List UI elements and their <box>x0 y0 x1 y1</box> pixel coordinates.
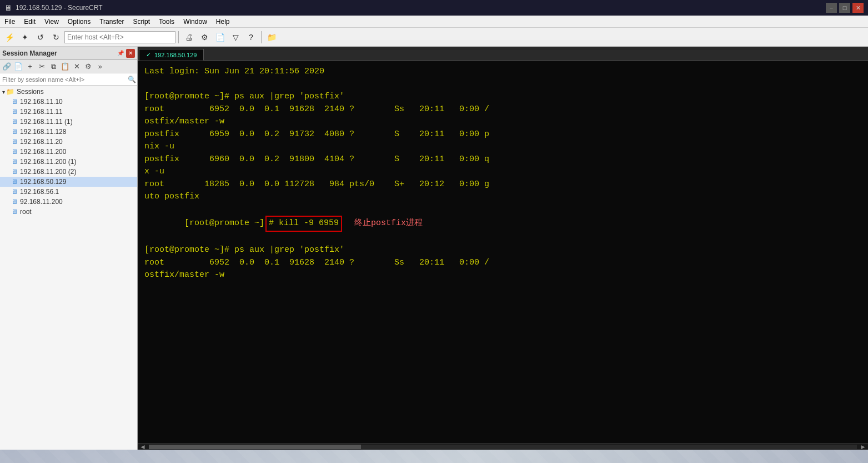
session-panel-controls: 📌 ✕ <box>116 49 135 58</box>
session-item-0[interactable]: 🖥 192.168.11.10 <box>0 97 137 107</box>
menu-edit[interactable]: Edit <box>19 17 40 27</box>
scroll-thumb[interactable] <box>149 445 362 449</box>
tb-reconnect-all-button[interactable]: ↻ <box>49 30 63 44</box>
term-line-7: postfix 6960 0.0 0.2 91800 4104 ? S 20:1… <box>144 153 861 166</box>
tb-filter-button[interactable]: ▽ <box>228 30 243 44</box>
menu-window[interactable]: Window <box>179 17 212 27</box>
term-text-13: root 6952 0.0 0.1 91628 2140 ? Ss 20:11 … <box>144 258 489 267</box>
session-panel: Session Manager 📌 ✕ 🔗 📄 + ✂ ⧉ 📋 ✕ ⚙ » 🔍 <box>0 47 138 450</box>
session-label-5: 192.168.11.200 <box>20 148 66 156</box>
session-label-9: 192.168.56.1 <box>20 188 59 196</box>
session-label-6: 192.168.11.200 (1) <box>20 158 76 166</box>
title-bar-controls: − □ ✕ <box>826 3 864 13</box>
tab-check-icon: ✓ <box>146 51 151 58</box>
toolbar-separator-1 <box>178 31 179 43</box>
session-label-7: 192.168.11.200 (2) <box>20 168 76 176</box>
term-kill-line: [root@promote ~]# kill -9 6959终止postfix进… <box>144 203 861 245</box>
st-link-button[interactable]: 🔗 <box>1 61 12 72</box>
monitor-icon-3: 🖥 <box>11 128 18 136</box>
term-text-2: [root@promote ~]# ps aux |grep 'postfix' <box>144 92 344 101</box>
folder-chevron: ▾ <box>2 89 5 95</box>
toolbar: ⚡ ✦ ↺ ↻ 🖨 ⚙ 📄 ▽ ? 📁 <box>0 28 868 47</box>
session-item-5[interactable]: 🖥 192.168.11.200 <box>0 147 137 157</box>
monitor-icon-6: 🖥 <box>11 158 18 166</box>
session-label-2: 192.168.11.11 (1) <box>20 118 73 126</box>
term-prompt-kill: [root@promote ~] <box>184 218 264 228</box>
st-expand-button[interactable]: » <box>94 61 106 72</box>
session-item-4[interactable]: 🖥 192.168.11.20 <box>0 137 137 147</box>
tb-print-button[interactable]: 🖨 <box>182 30 196 44</box>
monitor-icon-5: 🖥 <box>11 148 18 156</box>
monitor-icon-0: 🖥 <box>11 98 18 106</box>
term-line-9: root 18285 0.0 0.0 112728 984 pts/0 S+ 2… <box>144 178 861 191</box>
monitor-icon-4: 🖥 <box>11 138 18 146</box>
maximize-button[interactable]: □ <box>839 3 850 13</box>
term-line-14: ostfix/master -w <box>144 269 861 282</box>
session-item-9[interactable]: 🖥 192.168.56.1 <box>0 187 137 197</box>
term-line-4: ostfix/master -w <box>144 116 861 128</box>
menu-tools[interactable]: Tools <box>154 17 179 27</box>
terminal-content[interactable]: Last login: Sun Jun 21 20:11:56 2020 [ro… <box>138 61 868 443</box>
title-bar-left: 🖥 192.168.50.129 - SecureCRT <box>4 3 103 12</box>
term-line-10: uto postfix <box>144 191 861 203</box>
session-item-1[interactable]: 🖥 192.168.11.11 <box>0 107 137 117</box>
st-cut-button[interactable]: ✂ <box>36 61 47 72</box>
minimize-button[interactable]: − <box>826 3 837 13</box>
monitor-icon-8: 🖥 <box>11 178 18 186</box>
tb-reconnect-button[interactable]: ↺ <box>33 30 48 44</box>
st-new-button[interactable]: 📄 <box>13 61 24 72</box>
menu-view[interactable]: View <box>40 17 63 27</box>
tb-quick-connect-button[interactable]: ✦ <box>18 30 32 44</box>
st-copy-button[interactable]: ⧉ <box>48 61 59 72</box>
tb-connect-button[interactable]: ⚡ <box>2 30 17 44</box>
st-add-button[interactable]: + <box>24 61 36 72</box>
folder-label: Sessions <box>17 88 44 96</box>
terminal-tab-bar: ✓ 192.168.50.129 <box>138 47 868 61</box>
session-item-3[interactable]: 🖥 192.168.11.128 <box>0 127 137 137</box>
menu-help[interactable]: Help <box>212 17 234 27</box>
monitor-icon-1: 🖥 <box>11 108 18 116</box>
host-input[interactable] <box>64 31 175 43</box>
term-line-0: Last login: Sun Jun 21 20:11:56 2020 <box>144 66 861 78</box>
panel-pin-button[interactable]: 📌 <box>116 49 125 58</box>
menu-options[interactable]: Options <box>63 17 95 27</box>
session-search-input[interactable] <box>1 76 128 83</box>
title-bar: 🖥 192.168.50.129 - SecureCRT − □ ✕ <box>0 0 868 16</box>
session-label-3: 192.168.11.128 <box>20 128 66 136</box>
term-text-8: x -u <box>144 167 164 176</box>
terminal-tab[interactable]: ✓ 192.168.50.129 <box>139 49 204 61</box>
session-item-6[interactable]: 🖥 192.168.11.200 (1) <box>0 157 137 167</box>
tb-settings-button[interactable]: ⚙ <box>197 30 212 44</box>
session-tree: ▾ 📁 Sessions 🖥 192.168.11.10 🖥 192.168.1… <box>0 86 137 450</box>
term-line-2: [root@promote ~]# ps aux |grep 'postfix' <box>144 91 861 103</box>
monitor-icon-9: 🖥 <box>11 188 18 196</box>
session-search: 🔍 <box>0 73 137 86</box>
session-toolbar: 🔗 📄 + ✂ ⧉ 📋 ✕ ⚙ » <box>0 60 137 73</box>
session-item-8[interactable]: 🖥 192.168.50.129 <box>0 177 137 187</box>
term-line-8: x -u <box>144 166 861 178</box>
session-label-10: 92.168.11.200 <box>20 198 63 206</box>
st-paste-button[interactable]: 📋 <box>59 61 71 72</box>
session-item-11[interactable]: 🖥 root <box>0 207 137 217</box>
term-text-14: ostfix/master -w <box>144 270 224 280</box>
session-item-2[interactable]: 🖥 192.168.11.11 (1) <box>0 117 137 127</box>
term-line-1 <box>144 78 861 91</box>
tb-sftp-button[interactable]: 📁 <box>264 30 279 44</box>
menu-file[interactable]: File <box>0 17 19 27</box>
terminal-area: ✓ 192.168.50.129 Last login: Sun Jun 21 … <box>138 47 868 450</box>
close-button[interactable]: ✕ <box>852 3 864 13</box>
st-properties-button[interactable]: ⚙ <box>83 61 94 72</box>
scroll-track[interactable] <box>149 445 857 449</box>
tb-help-button[interactable]: ? <box>244 30 258 44</box>
panel-close-button[interactable]: ✕ <box>126 49 135 58</box>
sessions-folder[interactable]: ▾ 📁 Sessions <box>0 87 137 97</box>
session-item-7[interactable]: 🖥 192.168.11.200 (2) <box>0 167 137 177</box>
session-item-10[interactable]: 🖥 92.168.11.200 <box>0 197 137 207</box>
tb-log-button[interactable]: 📄 <box>213 30 227 44</box>
menu-transfer[interactable]: Transfer <box>95 17 128 27</box>
st-delete-button[interactable]: ✕ <box>71 61 82 72</box>
session-panel-header: Session Manager 📌 ✕ <box>0 47 137 60</box>
menu-script[interactable]: Script <box>128 17 154 27</box>
terminal-scrollbar[interactable]: ◄ ► <box>138 443 868 450</box>
monitor-icon-11: 🖥 <box>11 208 18 216</box>
